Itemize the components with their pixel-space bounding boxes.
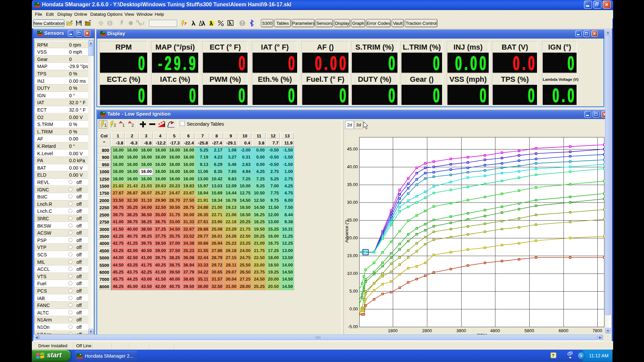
svg-text:1: 1 bbox=[104, 123, 107, 128]
svg-text:2: 2 bbox=[131, 123, 134, 128]
svg-text:?: ? bbox=[552, 353, 554, 358]
svg-text:2: 2 bbox=[114, 123, 116, 128]
svg-text:1: 1 bbox=[122, 123, 125, 128]
